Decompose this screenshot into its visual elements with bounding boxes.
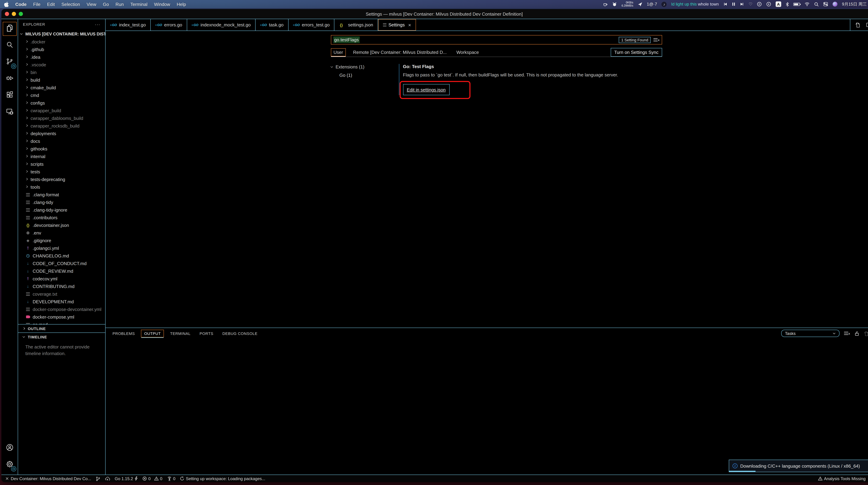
activitybar-search[interactable] [3, 38, 17, 53]
menubar-run[interactable]: Run [116, 2, 124, 7]
media-next-icon[interactable] [740, 2, 744, 6]
menubar-view[interactable]: View [87, 2, 96, 7]
split-editor-icon[interactable] [866, 22, 868, 27]
panel-tab-output[interactable]: OUTPUT [141, 330, 164, 337]
tree-folder[interactable]: cwrapper_build [18, 107, 105, 114]
workspace-status[interactable]: Setting up workspace: Loading packages..… [180, 476, 265, 481]
wifi-icon[interactable] [804, 2, 810, 6]
tree-folder[interactable]: cwrapper_rocksdb_build [18, 122, 105, 130]
battery-icon[interactable] [793, 3, 800, 6]
scope-tab-remote[interactable]: Remote [Dev Container: Milvus Distribute… [351, 49, 449, 56]
tree-folder[interactable]: bin [18, 68, 105, 76]
unlock-scroll-icon[interactable] [855, 331, 859, 336]
menubar-go[interactable]: Go [103, 2, 109, 7]
remote-indicator[interactable]: Dev Container: Milvus Distributed Dev Co… [5, 476, 91, 481]
problems-indicator[interactable]: 0 0 [142, 476, 162, 481]
heart-icon[interactable]: ♡ [749, 2, 752, 7]
tree-folder[interactable]: scripts [18, 160, 105, 168]
media-pause-icon[interactable] [732, 2, 735, 6]
activitybar-extensions[interactable] [3, 89, 17, 103]
panel-tab-debug-console[interactable]: DEBUG CONSOLE [220, 330, 260, 337]
tree-file[interactable]: CHANGELOG.md [18, 252, 105, 259]
output-channel-dropdown[interactable]: Tasks [781, 330, 840, 337]
menubar-window[interactable]: Window [154, 2, 170, 7]
open-changes-icon[interactable] [855, 22, 860, 27]
tree-file[interactable]: ↓CONTRIBUTING.md [18, 282, 105, 290]
settings-search-input[interactable]: go.testFlags 1 Setting Found x [331, 35, 662, 45]
scope-tab-user[interactable]: User [331, 48, 346, 56]
edit-in-settings-json-box[interactable]: Edit in settings.json [403, 84, 450, 95]
lyrics-app-icon[interactable]: ♪ [661, 2, 667, 7]
shazam-icon[interactable] [757, 2, 762, 7]
tree-folder[interactable]: build [18, 76, 105, 84]
toc-go[interactable]: Go (1) [331, 73, 399, 78]
activitybar-remote-explorer[interactable] [3, 105, 17, 119]
tab-indexnode-mock-test-go[interactable]: GOindexnode_mock_test.go [187, 19, 255, 31]
explorer-more-actions-icon[interactable]: ··· [95, 22, 100, 27]
scope-tab-workspace[interactable]: Workspace [454, 49, 482, 56]
tree-folder[interactable]: .idea [18, 53, 105, 61]
tree-folder[interactable]: cmd [18, 91, 105, 99]
tree-folder[interactable]: .vscode [18, 61, 105, 68]
outline-section-header[interactable]: OUTLINE [18, 324, 105, 333]
tab-settings-json[interactable]: {}settings.json [335, 19, 378, 31]
clear-output-icon[interactable]: x [844, 332, 850, 335]
tree-folder[interactable]: tests-deprecating [18, 175, 105, 183]
tree-file[interactable]: coverage.txt [18, 290, 105, 298]
tree-file[interactable]: docker-compose-devcontainer.yml [18, 305, 105, 313]
tree-file[interactable]: ◈.gitignore [18, 236, 105, 244]
media-previous-icon[interactable] [723, 2, 727, 6]
output-panel-content[interactable] [105, 339, 868, 475]
menubar-edit[interactable]: Edit [47, 2, 55, 7]
apple-menu-icon[interactable] [4, 2, 9, 7]
menubar-terminal[interactable]: Terminal [130, 2, 147, 7]
spotlight-search-icon[interactable] [814, 2, 819, 6]
menubar-file[interactable]: File [33, 2, 40, 7]
input-source-icon[interactable]: A [776, 1, 781, 7]
activitybar-accounts[interactable] [3, 441, 17, 455]
tree-file[interactable]: ↓DEVELOPMENT.md [18, 298, 105, 305]
menubar-clock[interactable]: 9月15日 周三 下午9:03 [842, 1, 868, 7]
tree-folder[interactable]: docs [18, 137, 105, 145]
go-version-indicator[interactable]: Go 1.15.2 [115, 476, 138, 481]
menubar-help[interactable]: Help [177, 2, 186, 7]
tree-file[interactable]: !codecov.yml [18, 275, 105, 282]
tree-file[interactable]: .clang-tidy-ignore [18, 206, 105, 214]
git-branch-indicator[interactable] [96, 476, 100, 481]
open-log-file-icon[interactable] [864, 331, 868, 336]
timeline-section-header[interactable]: TIMELINE [18, 333, 105, 341]
tree-file[interactable]: go.mod [18, 321, 105, 324]
tab-settings[interactable]: Settings× [378, 19, 416, 31]
tree-file[interactable]: .env [18, 229, 105, 236]
tree-folder[interactable]: internal [18, 152, 105, 160]
play-circle-icon[interactable] [766, 2, 771, 7]
turn-on-settings-sync-button[interactable]: Turn on Settings Sync [611, 48, 662, 56]
tree-file[interactable]: docker-compose.yml [18, 313, 105, 321]
minimize-window-button[interactable] [12, 12, 16, 16]
bluetooth-icon[interactable] [786, 2, 789, 6]
tree-folder[interactable]: cwrapper_dablooms_build [18, 114, 105, 122]
tree-root[interactable]: MILVUS [DEV CONTAINER: MILVUS DIST... [18, 30, 105, 38]
proxy-badge[interactable]: 1@·7 [647, 2, 657, 7]
tree-file[interactable]: {}.devcontainer.json [18, 221, 105, 229]
tree-folder[interactable]: githooks [18, 145, 105, 152]
zoom-window-button[interactable] [19, 12, 23, 16]
notification-toast[interactable]: i Downloading C/C++ language components … [729, 460, 868, 472]
tree-folder[interactable]: .docker [18, 38, 105, 46]
panel-tab-terminal[interactable]: TERMINAL [167, 330, 193, 337]
panel-tab-problems[interactable]: PROBLEMS [110, 330, 138, 337]
title-bar[interactable]: Settings — milvus [Dev Container: Milvus… [1, 9, 868, 19]
activitybar-explorer[interactable] [3, 22, 17, 36]
analysis-tools-warning[interactable]: Analysis Tools Missing [818, 476, 866, 481]
sync-changes-indicator[interactable] [105, 476, 110, 481]
pet-app-icon[interactable] [612, 2, 617, 7]
paper-plane-icon[interactable] [638, 2, 642, 6]
tree-folder[interactable]: .github [18, 46, 105, 53]
network-speed[interactable]: 0KB/s6.28MB/s [621, 1, 633, 7]
tab-task-go[interactable]: GOtask.go [255, 19, 288, 31]
activitybar-settings[interactable] [3, 458, 17, 472]
clear-filters-icon[interactable]: x [653, 38, 659, 41]
tree-file[interactable]: ↓CODE_REVIEW.md [18, 267, 105, 275]
siri-icon[interactable] [833, 2, 837, 7]
tree-folder[interactable]: tests [18, 168, 105, 175]
